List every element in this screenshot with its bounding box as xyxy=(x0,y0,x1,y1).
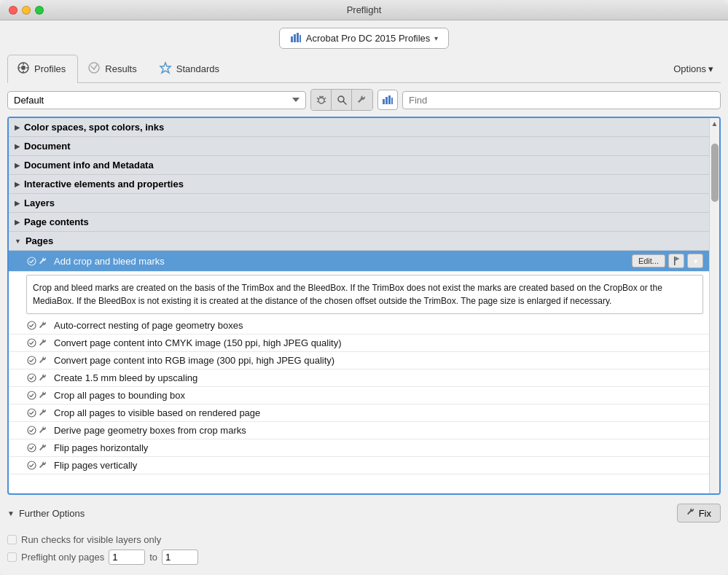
arrow-down-button[interactable]: ▾ xyxy=(687,254,703,268)
wrench-small-icon xyxy=(38,373,48,383)
further-options-row: ▼ Further Options Fix xyxy=(7,501,721,525)
dropdown-arrow-icon: ▾ xyxy=(434,34,438,42)
tab-standards[interactable]: Standards xyxy=(149,55,232,82)
item-icons xyxy=(26,461,48,471)
item-convert-rgb[interactable]: Convert page content into RGB image (300… xyxy=(9,352,709,369)
bar-chart-icon xyxy=(290,32,302,44)
chevron-right-icon: ▶ xyxy=(15,181,20,188)
item-icons xyxy=(26,356,48,366)
tab-results[interactable]: Results xyxy=(78,55,149,82)
check-circle-icon xyxy=(26,338,36,348)
bug-icon-button[interactable] xyxy=(311,90,332,110)
window-title: Preflight xyxy=(347,4,382,15)
to-label: to xyxy=(149,552,157,563)
category-document-info[interactable]: ▶ Document info and Metadata xyxy=(9,156,709,175)
category-pages-label: Pages xyxy=(26,235,53,246)
svg-point-20 xyxy=(319,96,321,98)
item-flip-vertical[interactable]: Flip pages vertically xyxy=(9,457,709,474)
item-create-bleed[interactable]: Create 1.5 mm bleed by upscaling xyxy=(9,369,709,387)
category-document[interactable]: ▶ Document xyxy=(9,137,709,156)
page-to-input[interactable] xyxy=(162,549,198,565)
svg-rect-3 xyxy=(300,35,301,42)
preflight-pages-checkbox[interactable] xyxy=(7,552,17,562)
item-derive-geometry-label: Derive page geometry boxes from crop mar… xyxy=(54,425,246,436)
check-circle-icon xyxy=(26,408,36,418)
category-interactive[interactable]: ▶ Interactive elements and properties xyxy=(9,175,709,194)
scroll-up-arrow[interactable]: ▲ xyxy=(710,118,720,129)
svg-line-53 xyxy=(31,429,34,432)
maximize-button[interactable] xyxy=(35,6,44,15)
svg-line-56 xyxy=(31,447,34,450)
edit-button[interactable]: Edit... xyxy=(632,254,665,267)
chevron-right-icon: ▶ xyxy=(15,162,20,169)
visible-layers-checkbox[interactable] xyxy=(7,535,17,544)
window-controls xyxy=(9,6,44,15)
list-area: ▶ Color spaces, spot colors, inks ▶ Docu… xyxy=(9,118,709,493)
category-pages[interactable]: ▼ Pages xyxy=(9,232,709,251)
svg-rect-26 xyxy=(388,95,391,104)
profiles-tab-icon xyxy=(17,61,30,77)
icon-button-group xyxy=(310,89,373,111)
search-icon-button[interactable] xyxy=(332,90,352,110)
item-derive-geometry[interactable]: Derive page geometry boxes from crop mar… xyxy=(9,422,709,439)
check-circle-icon xyxy=(26,443,36,453)
check-circle-icon xyxy=(26,426,36,436)
svg-line-11 xyxy=(91,66,94,69)
find-input[interactable] xyxy=(402,91,721,109)
item-convert-cmyk-label: Convert page content into CMYK image (15… xyxy=(54,337,342,348)
category-layers[interactable]: ▶ Layers xyxy=(9,194,709,213)
svg-point-21 xyxy=(322,96,324,98)
further-options-chevron-icon: ▼ xyxy=(7,509,15,517)
item-convert-cmyk[interactable]: Convert page content into CMYK image (15… xyxy=(9,335,709,352)
item-auto-correct[interactable]: Auto-correct nesting of page geometry bo… xyxy=(9,317,709,335)
wrench-icon-button[interactable] xyxy=(352,90,372,110)
wrench-small-icon xyxy=(38,461,48,471)
svg-line-17 xyxy=(324,98,326,99)
page-from-input[interactable] xyxy=(109,549,145,565)
svg-rect-24 xyxy=(383,99,385,104)
options-button[interactable]: Options ▾ xyxy=(666,60,721,78)
check-circle-icon xyxy=(26,373,36,383)
chevron-right-icon: ▶ xyxy=(15,124,20,131)
category-document-label: Document xyxy=(24,141,71,152)
check-circle-icon xyxy=(26,256,36,266)
svg-line-50 xyxy=(31,412,34,415)
fix-wrench-icon xyxy=(686,507,696,519)
svg-line-44 xyxy=(31,377,34,380)
svg-line-30 xyxy=(31,259,34,262)
title-bar: Preflight xyxy=(0,0,728,20)
close-button[interactable] xyxy=(9,6,17,15)
category-page-contents[interactable]: ▶ Page contents xyxy=(9,213,709,232)
wrench-small-icon xyxy=(38,408,48,418)
flag-button[interactable] xyxy=(668,254,684,268)
scrollbar-thumb[interactable] xyxy=(711,144,719,202)
item-crop-visible[interactable]: Crop all pages to visible based on rende… xyxy=(9,404,709,422)
svg-rect-31 xyxy=(674,257,676,265)
minimize-button[interactable] xyxy=(22,6,31,15)
options-arrow-icon: ▾ xyxy=(708,63,713,74)
tab-profiles[interactable]: Profiles xyxy=(7,55,78,83)
category-color-spaces[interactable]: ▶ Color spaces, spot colors, inks xyxy=(9,118,709,137)
item-flip-horizontal[interactable]: Flip pages horizontally xyxy=(9,439,709,457)
standards-tab-icon xyxy=(159,61,172,77)
svg-point-10 xyxy=(89,63,99,73)
tab-standards-label: Standards xyxy=(176,63,219,74)
filter-dropdown[interactable]: Default xyxy=(7,91,306,109)
category-layers-label: Layers xyxy=(24,197,55,208)
profile-dropdown-label: Acrobat Pro DC 2015 Profiles xyxy=(306,33,431,44)
svg-point-5 xyxy=(21,66,26,70)
item-crop-visible-label: Crop all pages to visible based on rende… xyxy=(54,407,260,418)
scrollbar[interactable]: ▲ xyxy=(709,118,719,493)
item-add-crop[interactable]: Add crop and bleed marks Edit... ▾ xyxy=(9,251,709,272)
fix-button[interactable]: Fix xyxy=(677,504,721,523)
category-color-spaces-label: Color spaces, spot colors, inks xyxy=(24,122,164,133)
svg-rect-25 xyxy=(385,97,388,104)
item-crop-bounding[interactable]: Crop all pages to bounding box xyxy=(9,387,709,404)
svg-line-23 xyxy=(343,101,346,104)
chevron-right-icon: ▶ xyxy=(15,200,20,207)
svg-line-16 xyxy=(317,98,318,99)
profile-dropdown-button[interactable]: Acrobat Pro DC 2015 Profiles ▾ xyxy=(279,28,450,49)
svg-rect-1 xyxy=(294,34,296,42)
wrench-small-icon xyxy=(38,443,48,453)
bar-chart-small-icon[interactable] xyxy=(377,90,398,110)
